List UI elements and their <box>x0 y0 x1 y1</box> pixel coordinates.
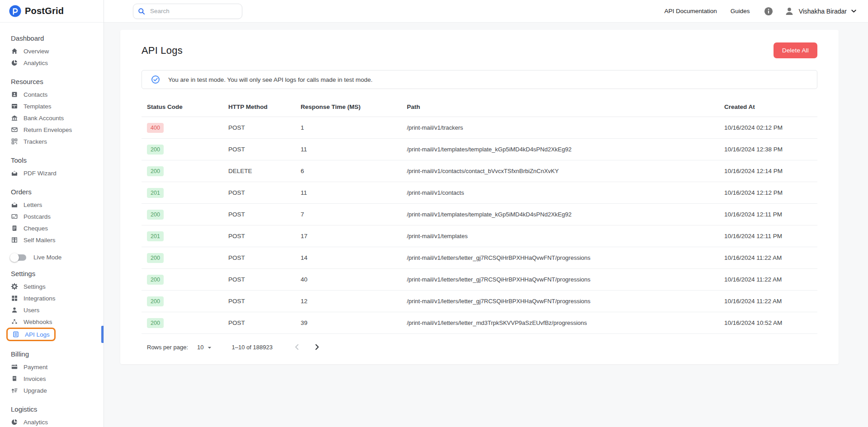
table-row[interactable]: 201POST17/print-mail/v1/templates10/16/2… <box>142 225 817 247</box>
sidebar-section-orders: Orders <box>11 188 98 196</box>
sidebar-item-api-logs[interactable]: API Logs <box>6 328 56 341</box>
pagination-range: 1–10 of 188923 <box>232 344 273 351</box>
table-row[interactable]: 201POST11/print-mail/v1/contacts10/16/20… <box>142 182 817 204</box>
sidebar-item-label: Webhooks <box>24 319 52 325</box>
envelope-icon <box>11 126 18 133</box>
sidebar-item-analytics[interactable]: Analytics <box>11 57 98 69</box>
sidebar-item-invoices[interactable]: Invoices <box>11 373 98 385</box>
sidebar-item-pdf-wizard[interactable]: PDF Wizard <box>11 167 98 179</box>
response-time-cell: 11 <box>295 146 401 153</box>
sidebar-item-letters[interactable]: Letters <box>11 199 98 211</box>
sidebar: PostGrid DashboardOverviewAnalyticsResou… <box>0 0 104 427</box>
response-time-cell: 40 <box>295 276 401 283</box>
check-circle-icon <box>151 75 160 84</box>
path-cell: /print-mail/v1/templates <box>401 233 719 239</box>
table-row[interactable]: 200POST14/print-mail/v1/letters/letter_g… <box>142 247 817 269</box>
path-cell: /print-mail/v1/letters/letter_gj7RCSQiHr… <box>401 254 719 261</box>
pie-icon <box>11 59 18 66</box>
api-documentation-link[interactable]: API Documentation <box>665 8 717 14</box>
rows-per-page-label: Rows per page: <box>147 344 188 351</box>
guides-link[interactable]: Guides <box>731 8 750 14</box>
sidebar-item-label: Analytics <box>24 419 48 426</box>
response-time-cell: 11 <box>295 189 401 196</box>
api-logs-card: API Logs Delete All You are in test mode… <box>120 30 839 364</box>
sidebar-item-webhooks[interactable]: Webhooks <box>11 316 98 328</box>
next-page-button[interactable] <box>313 343 321 351</box>
table-row[interactable]: 200POST39/print-mail/v1/letters/letter_m… <box>142 312 817 334</box>
sidebar-item-postcards[interactable]: Postcards <box>11 211 98 222</box>
search-input[interactable] <box>149 7 237 15</box>
path-cell: /print-mail/v1/letters/letter_md3TrpkSKV… <box>401 319 719 326</box>
postcard-icon <box>11 213 18 220</box>
created-at-cell: 10/16/2024 10:52 AM <box>719 319 817 326</box>
status-badge: 200 <box>147 296 164 306</box>
logo[interactable]: PostGrid <box>0 0 104 23</box>
sidebar-item-settings[interactable]: Settings <box>11 281 98 292</box>
mail-doc-icon <box>11 201 18 208</box>
active-item-indicator <box>101 326 104 343</box>
delete-all-button[interactable]: Delete All <box>774 42 817 58</box>
table-row[interactable]: 200POST40/print-mail/v1/letters/letter_g… <box>142 269 817 291</box>
response-time-cell: 39 <box>295 319 401 326</box>
sidebar-item-return-envelopes[interactable]: Return Envelopes <box>11 124 98 136</box>
table-row[interactable]: 400POST1/print-mail/v1/trackers10/16/202… <box>142 117 817 139</box>
main-content: API Logs Delete All You are in test mode… <box>104 23 868 427</box>
sidebar-item-users[interactable]: Users <box>11 304 98 316</box>
sidebar-item-overview[interactable]: Overview <box>11 45 98 57</box>
sidebar-item-cheques[interactable]: Cheques <box>11 222 98 234</box>
sidebar-item-payment[interactable]: Payment <box>11 361 98 373</box>
live-mode-toggle[interactable] <box>11 254 26 261</box>
table-row[interactable]: 200DELETE6/print-mail/v1/contacts/contac… <box>142 160 817 182</box>
sidebar-item-label: Integrations <box>24 295 56 302</box>
cheque-icon <box>11 225 18 232</box>
sidebar-item-contacts[interactable]: Contacts <box>11 89 98 100</box>
sidebar-item-templates[interactable]: Templates <box>11 100 98 112</box>
user-name[interactable]: Vishakha Biradar <box>799 8 847 15</box>
sidebar-item-label: Trackers <box>24 138 47 145</box>
http-method-cell: POST <box>223 276 295 283</box>
sidebar-item-self-mailers[interactable]: Self Mailers <box>11 234 98 246</box>
template-icon <box>11 103 18 110</box>
pie-icon <box>11 418 18 426</box>
page-title: API Logs <box>142 45 183 56</box>
created-at-cell: 10/16/2024 12:38 PM <box>719 146 817 153</box>
status-badge: 400 <box>147 123 164 133</box>
status-badge: 200 <box>147 145 164 155</box>
sidebar-item-bank-accounts[interactable]: Bank Accounts <box>11 112 98 124</box>
sidebar-item-integrations[interactable]: Integrations <box>11 292 98 304</box>
table-row[interactable]: 200POST7/print-mail/v1/templates/templat… <box>142 204 817 225</box>
chevron-down-icon[interactable] <box>850 8 857 14</box>
http-method-cell: POST <box>223 146 295 153</box>
column-header-path: Path <box>401 103 719 110</box>
sidebar-item-analytics[interactable]: Analytics <box>11 416 98 427</box>
sidebar-item-label: Templates <box>24 103 52 110</box>
previous-page-button[interactable] <box>293 343 301 351</box>
card-icon <box>11 363 18 371</box>
mail-doc-icon <box>11 169 18 177</box>
user-avatar-icon[interactable] <box>784 6 794 16</box>
table-row[interactable]: 200POST12/print-mail/v1/letters/letter_g… <box>142 291 817 312</box>
sidebar-section-resources: Resources <box>11 78 98 85</box>
postgrid-logo-icon <box>9 5 21 17</box>
created-at-cell: 10/16/2024 12:11 PM <box>719 233 817 239</box>
dots-icon <box>11 318 18 325</box>
column-header-status-code: Status Code <box>142 103 223 110</box>
sidebar-item-upgrade[interactable]: Upgrade <box>11 385 98 396</box>
pagination: Rows per page: 10 1–10 of 188923 <box>142 334 817 360</box>
rows-per-page-select[interactable]: 10 <box>197 344 212 351</box>
contact-card-icon <box>11 91 18 98</box>
table-row[interactable]: 200POST11/print-mail/v1/templates/templa… <box>142 139 817 160</box>
api-logs-table: Status CodeHTTP MethodResponse Time (MS)… <box>142 97 817 334</box>
sidebar-item-trackers[interactable]: Trackers <box>11 136 98 147</box>
sidebar-item-label: Overview <box>24 48 49 55</box>
sidebar-section-tools: Tools <box>11 156 98 164</box>
info-icon[interactable] <box>764 6 774 16</box>
column-header-response-time-ms-: Response Time (MS) <box>295 103 401 110</box>
sidebar-item-label: Bank Accounts <box>24 115 64 122</box>
receipt-icon <box>11 375 18 382</box>
status-badge: 201 <box>147 231 164 241</box>
http-method-cell: POST <box>223 189 295 196</box>
qr-icon <box>11 138 18 145</box>
response-time-cell: 6 <box>295 168 401 174</box>
sidebar-item-label: Contacts <box>24 91 47 98</box>
